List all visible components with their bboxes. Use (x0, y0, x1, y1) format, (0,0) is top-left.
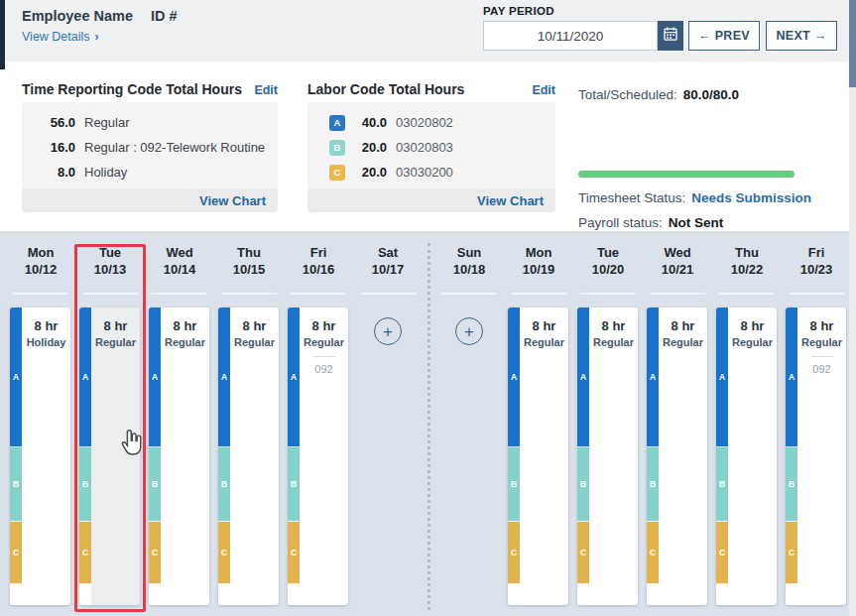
day-tag-label: 092 (797, 363, 846, 375)
payroll-status-value: Not Sent (669, 215, 724, 230)
day-of-week-label: Tue (75, 244, 145, 261)
day-entry-card[interactable]: ABC 8 hr Regular (577, 308, 638, 605)
time-reporting-edit-link[interactable]: Edit (254, 83, 278, 97)
day-code-label: Regular (659, 336, 707, 348)
timesheet-status-line: Timesheet Status:Needs Submission (578, 190, 811, 205)
day-column-sun-10-18: Sun 10/18 + (434, 231, 504, 616)
day-date-label: 10/19 (504, 261, 573, 278)
day-tag-divider (313, 356, 335, 357)
day-entry-card[interactable]: ABC 8 hr Regular (218, 308, 279, 605)
time-reporting-view-chart-link[interactable]: View Chart (199, 193, 266, 208)
day-code-label: Regular (797, 336, 846, 348)
day-entry-card[interactable]: ABC 8 hr Regular 092 (786, 308, 846, 605)
day-hours-label: 8 hr (230, 318, 279, 333)
day-header-underline (152, 293, 207, 295)
day-of-week-label: Mon (6, 244, 75, 261)
prev-pay-period-button[interactable]: ← PREV (688, 21, 760, 51)
day-of-week-label: Wed (643, 244, 712, 261)
labor-allocation-bar: ABC (149, 308, 161, 605)
day-hours-label: 8 hr (797, 318, 846, 333)
next-pay-period-button[interactable]: NEXT → (766, 21, 837, 51)
labor-code-rows: A40.003020802B20.003020803C20.003030200 (307, 102, 555, 188)
day-tag-wrap: 092 (797, 356, 846, 375)
labor-allocation-bar: ABC (508, 308, 520, 605)
day-entry-card[interactable]: ABC 8 hr Holiday (10, 308, 70, 605)
add-entry-button-10-17[interactable]: + (374, 317, 402, 345)
day-date-label: 10/17 (353, 261, 423, 278)
timesheet-status-label: Timesheet Status: (578, 190, 685, 205)
row-label: Regular : 092-Telework Routine (84, 140, 265, 155)
bar-segment-b: B (79, 447, 91, 522)
day-header: Mon 10/19 (504, 244, 573, 278)
calendar-picker-button[interactable] (658, 21, 683, 51)
day-tag-divider (811, 356, 833, 357)
day-code-label: Holiday (22, 336, 70, 348)
labor-allocation-bar: ABC (10, 308, 22, 605)
labor-code-header: Labor Code Total Hours Edit (307, 81, 555, 97)
day-of-week-label: Mon (504, 244, 573, 261)
bar-segment-a: A (716, 308, 728, 447)
labor-code-footer: View Chart (307, 188, 555, 212)
day-tag-wrap: 092 (300, 356, 348, 375)
bar-segment-b: B (786, 447, 797, 522)
day-entry-card[interactable]: ABC 8 hr Regular (508, 308, 568, 605)
bar-segment-b: B (288, 447, 300, 522)
day-header-underline (580, 293, 636, 295)
day-hours-label: 8 hr (728, 318, 777, 333)
day-entry-card[interactable]: ABC 8 hr Regular (79, 308, 140, 605)
bar-segment-c: C (577, 522, 589, 584)
row-code: 03020802 (396, 115, 453, 130)
day-code-label: Regular (520, 336, 568, 348)
day-header: Mon 10/12 (6, 244, 75, 278)
bar-segment-c: C (10, 522, 22, 584)
timesheet-status-value: Needs Submission (691, 190, 811, 205)
row-code: 03030200 (396, 165, 453, 180)
scrollbar-thumb[interactable] (849, 0, 856, 87)
row-hours: 20.0 (353, 165, 387, 180)
labor-code-row: A40.003020802 (319, 110, 544, 135)
summary-section: Time Reporting Code Total Hours Edit 56.… (0, 62, 856, 231)
total-scheduled-line: Total/Scheduled:80.0/80.0 (578, 87, 739, 102)
time-reporting-title: Time Reporting Code Total Hours (22, 81, 242, 97)
day-entry-card[interactable]: ABC 8 hr Regular (716, 308, 777, 605)
pay-period-date-input[interactable] (483, 21, 658, 51)
day-card-body: 8 hr Regular (230, 308, 279, 605)
labor-code-view-chart-link[interactable]: View Chart (477, 193, 544, 208)
day-column-thu-10-22: Thu 10/22 ABC 8 hr Regular (712, 231, 782, 616)
day-header-underline (360, 293, 416, 295)
bar-segment-c: C (288, 522, 300, 584)
plus-icon: + (464, 323, 474, 340)
labor-allocation-bar: ABC (647, 308, 659, 605)
day-code-label: Regular (589, 336, 638, 348)
day-hours-label: 8 hr (22, 318, 70, 333)
day-entry-card[interactable]: ABC 8 hr Regular (149, 308, 209, 605)
bar-segment-a: A (647, 308, 659, 447)
day-entry-card[interactable]: ABC 8 hr Regular 092 (288, 308, 348, 605)
day-header-underline (511, 293, 566, 295)
top-header-bar: Employee Name ID # View Details› PAY PER… (0, 0, 856, 62)
day-header-underline (221, 293, 277, 295)
day-of-week-label: Sun (434, 244, 504, 261)
day-header-underline (719, 293, 775, 295)
day-of-week-label: Tue (573, 244, 643, 261)
view-details-link[interactable]: View Details› (22, 30, 99, 44)
day-entry-card[interactable]: ABC 8 hr Regular (647, 308, 707, 605)
day-header-underline (789, 293, 844, 295)
row-label: Holiday (84, 165, 127, 180)
labor-code-title: Labor Code Total Hours (307, 81, 464, 97)
total-scheduled-value: 80.0/80.0 (683, 87, 739, 102)
bar-segment-b: B (218, 447, 230, 522)
day-header-underline (82, 293, 138, 295)
day-of-week-label: Thu (712, 244, 782, 261)
add-entry-button-10-18[interactable]: + (455, 317, 483, 345)
bar-segment-c: C (149, 522, 161, 584)
total-scheduled-label: Total/Scheduled: (578, 87, 677, 102)
timesheet-day-grid: Mon 10/12 ABC 8 hr Holiday Tue 10/13 ABC… (0, 231, 856, 616)
labor-code-row: C20.003030200 (319, 160, 544, 185)
labor-code-box: A40.003020802B20.003020803C20.003030200 … (307, 102, 555, 212)
day-column-wed-10-21: Wed 10/21 ABC 8 hr Regular (643, 231, 712, 616)
week-separator-dots (428, 243, 430, 610)
vertical-scrollbar[interactable] (849, 0, 856, 616)
labor-allocation-bar: ABC (79, 308, 91, 605)
labor-code-edit-link[interactable]: Edit (532, 83, 555, 97)
